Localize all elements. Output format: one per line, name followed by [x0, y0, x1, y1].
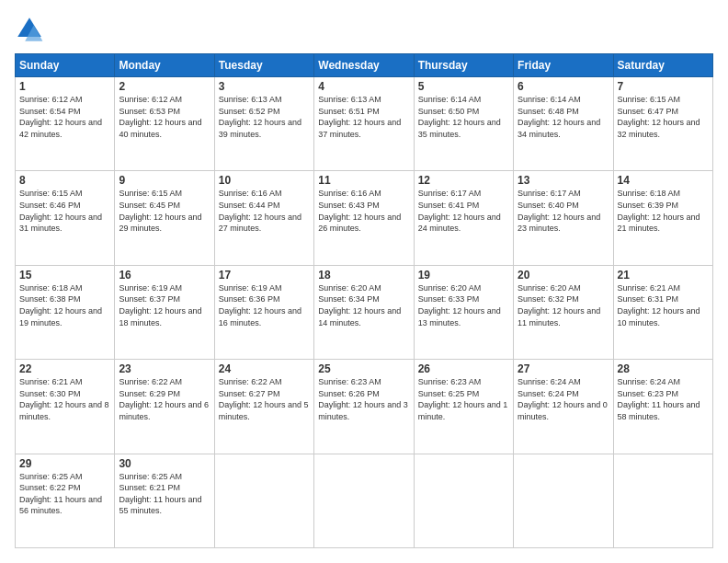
day-info: Sunrise: 6:14 AMSunset: 6:48 PMDaylight:…: [518, 95, 600, 139]
calendar-cell: 16Sunrise: 6:19 AMSunset: 6:37 PMDayligh…: [115, 265, 214, 359]
day-info: Sunrise: 6:25 AMSunset: 6:21 PMDaylight:…: [119, 472, 201, 516]
col-header-tuesday: Tuesday: [214, 54, 313, 77]
day-info: Sunrise: 6:15 AMSunset: 6:45 PMDaylight:…: [119, 189, 201, 233]
day-info: Sunrise: 6:22 AMSunset: 6:29 PMDaylight:…: [119, 377, 209, 421]
calendar-table: SundayMondayTuesdayWednesdayThursdayFrid…: [15, 53, 713, 548]
day-number: 8: [19, 174, 110, 187]
calendar-cell: 6Sunrise: 6:14 AMSunset: 6:48 PMDaylight…: [514, 77, 613, 171]
calendar-cell: 5Sunrise: 6:14 AMSunset: 6:50 PMDaylight…: [414, 77, 513, 171]
day-number: 16: [119, 269, 210, 282]
day-number: 2: [119, 80, 210, 93]
day-number: 28: [618, 362, 709, 375]
calendar-cell: 7Sunrise: 6:15 AMSunset: 6:47 PMDaylight…: [613, 77, 712, 171]
day-info: Sunrise: 6:19 AMSunset: 6:37 PMDaylight:…: [119, 283, 201, 327]
page: SundayMondayTuesdayWednesdayThursdayFrid…: [0, 0, 728, 563]
day-number: 3: [219, 80, 310, 93]
day-number: 12: [418, 174, 509, 187]
col-header-friday: Friday: [514, 54, 613, 77]
calendar-week-row: 29Sunrise: 6:25 AMSunset: 6:22 PMDayligh…: [16, 454, 713, 547]
day-info: Sunrise: 6:21 AMSunset: 6:30 PMDaylight:…: [19, 377, 109, 421]
calendar-cell: 3Sunrise: 6:13 AMSunset: 6:52 PMDaylight…: [214, 77, 313, 171]
col-header-saturday: Saturday: [613, 54, 712, 77]
day-number: 21: [618, 269, 709, 282]
col-header-monday: Monday: [115, 54, 214, 77]
day-number: 11: [318, 174, 409, 187]
calendar-cell: 15Sunrise: 6:18 AMSunset: 6:38 PMDayligh…: [16, 265, 115, 359]
logo: [15, 15, 48, 44]
day-number: 6: [518, 80, 609, 93]
day-info: Sunrise: 6:16 AMSunset: 6:43 PMDaylight:…: [318, 189, 401, 233]
calendar-cell: 29Sunrise: 6:25 AMSunset: 6:22 PMDayligh…: [16, 454, 115, 547]
calendar-week-row: 15Sunrise: 6:18 AMSunset: 6:38 PMDayligh…: [16, 265, 713, 359]
day-info: Sunrise: 6:14 AMSunset: 6:50 PMDaylight:…: [418, 95, 501, 139]
calendar-header-row: SundayMondayTuesdayWednesdayThursdayFrid…: [16, 54, 713, 77]
day-number: 29: [19, 457, 110, 470]
calendar-cell: 14Sunrise: 6:18 AMSunset: 6:39 PMDayligh…: [613, 171, 712, 265]
day-info: Sunrise: 6:12 AMSunset: 6:53 PMDaylight:…: [119, 95, 201, 139]
calendar-cell: 8Sunrise: 6:15 AMSunset: 6:46 PMDaylight…: [16, 171, 115, 265]
calendar-cell: [613, 454, 712, 547]
day-number: 10: [219, 174, 310, 187]
day-info: Sunrise: 6:20 AMSunset: 6:33 PMDaylight:…: [418, 283, 501, 327]
calendar-cell: 28Sunrise: 6:24 AMSunset: 6:23 PMDayligh…: [613, 360, 712, 454]
logo-icon: [15, 15, 44, 44]
calendar-cell: 25Sunrise: 6:23 AMSunset: 6:26 PMDayligh…: [314, 360, 414, 454]
calendar-cell: 23Sunrise: 6:22 AMSunset: 6:29 PMDayligh…: [115, 360, 214, 454]
day-number: 26: [418, 362, 509, 375]
day-info: Sunrise: 6:19 AMSunset: 6:36 PMDaylight:…: [219, 283, 301, 327]
day-number: 9: [119, 174, 210, 187]
calendar-week-row: 1Sunrise: 6:12 AMSunset: 6:54 PMDaylight…: [16, 77, 713, 171]
calendar-cell: [514, 454, 613, 547]
day-number: 1: [19, 80, 110, 93]
calendar-cell: [314, 454, 414, 547]
day-number: 18: [318, 269, 409, 282]
day-number: 19: [418, 269, 509, 282]
calendar-week-row: 22Sunrise: 6:21 AMSunset: 6:30 PMDayligh…: [16, 360, 713, 454]
day-number: 7: [618, 80, 709, 93]
day-number: 4: [318, 80, 409, 93]
day-info: Sunrise: 6:13 AMSunset: 6:51 PMDaylight:…: [318, 95, 401, 139]
calendar-cell: 26Sunrise: 6:23 AMSunset: 6:25 PMDayligh…: [414, 360, 513, 454]
day-number: 27: [518, 362, 609, 375]
calendar-cell: 18Sunrise: 6:20 AMSunset: 6:34 PMDayligh…: [314, 265, 414, 359]
calendar-cell: [414, 454, 513, 547]
day-info: Sunrise: 6:15 AMSunset: 6:46 PMDaylight:…: [19, 189, 102, 233]
calendar-week-row: 8Sunrise: 6:15 AMSunset: 6:46 PMDaylight…: [16, 171, 713, 265]
day-number: 15: [19, 269, 110, 282]
calendar-cell: 19Sunrise: 6:20 AMSunset: 6:33 PMDayligh…: [414, 265, 513, 359]
day-info: Sunrise: 6:15 AMSunset: 6:47 PMDaylight:…: [618, 95, 700, 139]
calendar-cell: 20Sunrise: 6:20 AMSunset: 6:32 PMDayligh…: [514, 265, 613, 359]
calendar-cell: 27Sunrise: 6:24 AMSunset: 6:24 PMDayligh…: [514, 360, 613, 454]
calendar-cell: 10Sunrise: 6:16 AMSunset: 6:44 PMDayligh…: [214, 171, 313, 265]
day-info: Sunrise: 6:24 AMSunset: 6:24 PMDaylight:…: [518, 377, 608, 421]
calendar-cell: [214, 454, 313, 547]
calendar-cell: 13Sunrise: 6:17 AMSunset: 6:40 PMDayligh…: [514, 171, 613, 265]
calendar-cell: 11Sunrise: 6:16 AMSunset: 6:43 PMDayligh…: [314, 171, 414, 265]
calendar-cell: 4Sunrise: 6:13 AMSunset: 6:51 PMDaylight…: [314, 77, 414, 171]
calendar-cell: 30Sunrise: 6:25 AMSunset: 6:21 PMDayligh…: [115, 454, 214, 547]
day-number: 25: [318, 362, 409, 375]
day-info: Sunrise: 6:12 AMSunset: 6:54 PMDaylight:…: [19, 95, 102, 139]
col-header-thursday: Thursday: [414, 54, 513, 77]
col-header-wednesday: Wednesday: [314, 54, 414, 77]
calendar-cell: 1Sunrise: 6:12 AMSunset: 6:54 PMDaylight…: [16, 77, 115, 171]
calendar-cell: 12Sunrise: 6:17 AMSunset: 6:41 PMDayligh…: [414, 171, 513, 265]
calendar-cell: 24Sunrise: 6:22 AMSunset: 6:27 PMDayligh…: [214, 360, 313, 454]
day-info: Sunrise: 6:13 AMSunset: 6:52 PMDaylight:…: [219, 95, 301, 139]
day-info: Sunrise: 6:23 AMSunset: 6:26 PMDaylight:…: [318, 377, 408, 421]
day-info: Sunrise: 6:21 AMSunset: 6:31 PMDaylight:…: [618, 283, 700, 327]
day-info: Sunrise: 6:17 AMSunset: 6:41 PMDaylight:…: [418, 189, 501, 233]
col-header-sunday: Sunday: [16, 54, 115, 77]
calendar-cell: 17Sunrise: 6:19 AMSunset: 6:36 PMDayligh…: [214, 265, 313, 359]
day-number: 22: [19, 362, 110, 375]
day-info: Sunrise: 6:17 AMSunset: 6:40 PMDaylight:…: [518, 189, 600, 233]
day-info: Sunrise: 6:18 AMSunset: 6:38 PMDaylight:…: [19, 283, 102, 327]
day-number: 23: [119, 362, 210, 375]
day-number: 5: [418, 80, 509, 93]
day-info: Sunrise: 6:20 AMSunset: 6:32 PMDaylight:…: [518, 283, 600, 327]
calendar-cell: 21Sunrise: 6:21 AMSunset: 6:31 PMDayligh…: [613, 265, 712, 359]
calendar-cell: 22Sunrise: 6:21 AMSunset: 6:30 PMDayligh…: [16, 360, 115, 454]
day-number: 20: [518, 269, 609, 282]
day-info: Sunrise: 6:16 AMSunset: 6:44 PMDaylight:…: [219, 189, 301, 233]
calendar-cell: 2Sunrise: 6:12 AMSunset: 6:53 PMDaylight…: [115, 77, 214, 171]
